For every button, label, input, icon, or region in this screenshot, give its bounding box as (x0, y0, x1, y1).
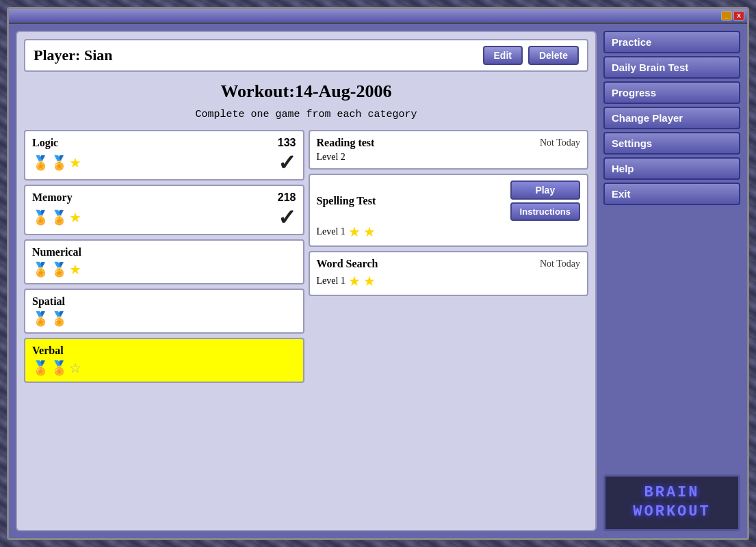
spatial-card-header: Spatial (32, 295, 296, 308)
play-button[interactable]: Play (510, 181, 580, 200)
verbal-card: Verbal 🏅 🏅 ☆ (24, 338, 304, 383)
nav-settings[interactable]: Settings (603, 132, 740, 155)
instructions-button[interactable]: Instructions (510, 202, 580, 221)
numerical-card-body: 🏅 🏅 ★ (32, 261, 296, 278)
numerical-card: Numerical 🏅 🏅 ★ (24, 239, 304, 284)
logic-title: Logic (32, 137, 58, 149)
verbal-medal-2: 🏅 (51, 360, 68, 376)
logo-line1: BRAIN (612, 483, 731, 503)
wordsearch-card-body: Level 1 ★ ★ (317, 273, 581, 289)
nav-progress[interactable]: Progress (603, 81, 740, 104)
cards-grid: Logic 133 🏅 🏅 ★ ✓ (24, 130, 588, 523)
numerical-title: Numerical (32, 246, 81, 258)
titlebar: _ X (9, 9, 747, 24)
logic-medal-1: 🏅 (32, 155, 49, 171)
reading-status: Not Today (540, 137, 580, 148)
nav-help[interactable]: Help (603, 157, 740, 180)
spelling-title: Spelling Test (317, 195, 376, 207)
close-button[interactable]: X (733, 11, 744, 21)
spelling-action-btns: Play Instructions (510, 181, 580, 221)
wordsearch-star-2: ★ (363, 273, 376, 289)
spelling-star-2: ★ (363, 224, 376, 240)
memory-card: Memory 218 🏅 🏅 ★ ✓ (24, 185, 304, 235)
logic-card-header: Logic 133 (32, 137, 296, 149)
nav-practice[interactable]: Practice (603, 31, 740, 53)
numerical-medal-2: 🏅 (51, 261, 68, 278)
numerical-medal-1: 🏅 (32, 261, 49, 278)
player-name: Player: Sian (34, 46, 113, 64)
numerical-medals: 🏅 🏅 ★ (32, 261, 81, 278)
verbal-medals: 🏅 🏅 ☆ (32, 360, 81, 376)
verbal-title: Verbal (32, 345, 64, 357)
nav-daily-brain-test[interactable]: Daily Brain Test (603, 56, 740, 79)
memory-medal-2: 🏅 (51, 209, 68, 226)
memory-title: Memory (32, 191, 73, 204)
workout-panel: Player: Sian Edit Delete Workout:14-Aug-… (16, 31, 597, 531)
numerical-card-header: Numerical (32, 246, 296, 258)
nav-exit[interactable]: Exit (603, 183, 740, 205)
verbal-star-outline: ☆ (69, 360, 81, 376)
main-content: Player: Sian Edit Delete Workout:14-Aug-… (9, 24, 747, 538)
memory-card-body: 🏅 🏅 ★ ✓ (32, 206, 296, 228)
logic-checkmark: ✓ (278, 152, 296, 174)
spelling-card-body: Level 1 ★ ★ (317, 224, 581, 240)
verbal-medal-1: 🏅 (32, 360, 49, 376)
memory-medals: 🏅 🏅 ★ (32, 209, 81, 226)
wordsearch-level: Level 1 (317, 276, 346, 286)
reading-card: Reading test Not Today Level 2 (309, 130, 589, 170)
nav-panel: Practice Daily Brain Test Progress Chang… (603, 31, 740, 531)
spatial-title: Spatial (32, 295, 65, 308)
wordsearch-card-header: Word Search Not Today (317, 258, 581, 270)
spelling-level: Level 1 (317, 226, 346, 237)
spelling-star-1: ★ (348, 224, 361, 240)
logic-medal-2: 🏅 (51, 155, 68, 171)
reading-title: Reading test (317, 137, 375, 149)
spatial-medal-2: 🏅 (51, 310, 68, 327)
header-buttons: Edit Delete (483, 46, 579, 65)
workout-subtitle: Complete one game from each category (24, 109, 588, 120)
memory-score: 218 (278, 191, 296, 204)
logic-card-body: 🏅 🏅 ★ ✓ (32, 152, 296, 174)
logic-medals: 🏅 🏅 ★ (32, 155, 81, 171)
logo-line2: WORKOUT (612, 503, 731, 522)
workout-title: Workout:14-Aug-2006 (24, 81, 588, 102)
wordsearch-title: Word Search (317, 258, 378, 270)
right-categories-col: Reading test Not Today Level 2 Spelling … (309, 130, 589, 523)
logic-card: Logic 133 🏅 🏅 ★ ✓ (24, 130, 304, 181)
numerical-star: ★ (69, 261, 81, 278)
spatial-card-body: 🏅 🏅 (32, 310, 296, 327)
delete-button[interactable]: Delete (528, 46, 579, 65)
reading-level: Level 2 (317, 152, 346, 163)
minimize-button[interactable]: _ (721, 11, 732, 21)
left-categories-col: Logic 133 🏅 🏅 ★ ✓ (24, 130, 304, 523)
logic-score: 133 (278, 137, 296, 149)
spelling-card: Spelling Test Play Instructions Level 1 … (309, 174, 589, 247)
memory-checkmark: ✓ (278, 206, 296, 228)
spatial-medal-1: 🏅 (32, 310, 49, 327)
verbal-card-body: 🏅 🏅 ☆ (32, 360, 296, 376)
wordsearch-star-1: ★ (348, 273, 361, 289)
verbal-card-header: Verbal (32, 345, 296, 357)
spatial-medals: 🏅 🏅 (32, 310, 68, 327)
reading-card-header: Reading test Not Today (317, 137, 581, 149)
spatial-card: Spatial 🏅 🏅 (24, 289, 304, 334)
nav-change-player[interactable]: Change Player (603, 107, 740, 129)
memory-medal-1: 🏅 (32, 209, 49, 226)
wordsearch-card: Word Search Not Today Level 1 ★ ★ (309, 251, 589, 296)
spelling-card-header: Spelling Test Play Instructions (317, 181, 581, 221)
memory-star: ★ (69, 209, 81, 226)
reading-card-body: Level 2 (317, 152, 581, 163)
player-header: Player: Sian Edit Delete (24, 39, 588, 72)
logic-star: ★ (69, 155, 81, 171)
brain-logo: BRAIN WORKOUT (603, 475, 740, 531)
memory-card-header: Memory 218 (32, 191, 296, 204)
edit-button[interactable]: Edit (483, 46, 523, 65)
main-window: _ X Player: Sian Edit Delete Workout:14-… (7, 7, 749, 540)
wordsearch-status: Not Today (540, 258, 580, 269)
